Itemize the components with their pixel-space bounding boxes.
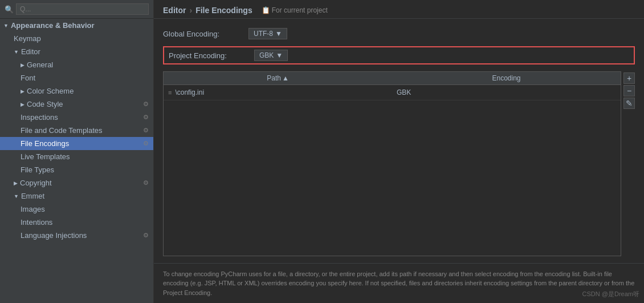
add-button[interactable]: + [623, 72, 635, 84]
sidebar-item-color-scheme[interactable]: ▶ Color Scheme [0, 84, 153, 98]
expand-arrow: ▼ [14, 193, 19, 199]
sidebar-item-intentions[interactable]: Intentions [0, 216, 153, 229]
sidebar-item-images[interactable]: Images [0, 203, 153, 216]
sidebar-item-font[interactable]: Font [0, 71, 153, 84]
sidebar-item-label: Color Scheme [27, 87, 74, 95]
sidebar-item-label: General [27, 60, 53, 69]
content-area: Editor › File Encodings 📋 For current pr… [154, 0, 644, 303]
expand-arrow: ▼ [14, 49, 19, 55]
global-encoding-select[interactable]: UTF-8 ▼ [248, 28, 287, 39]
sidebar-item-label: Images [21, 205, 45, 213]
expand-arrow: ▶ [21, 102, 25, 107]
settings-icon: ⚙ [143, 140, 149, 147]
table-header: Path ▲ Encoding [164, 72, 621, 85]
settings-icon: ⚙ [143, 232, 149, 239]
sidebar-item-label: Live Templates [21, 152, 70, 161]
table-col-path-header: Path ▲ [164, 74, 392, 82]
sidebar-item-label: Code Style [27, 100, 63, 108]
sidebar-item-label: Copyright [20, 179, 52, 187]
settings-icon: ⚙ [143, 179, 149, 187]
table-body: ≡ \config.ini GBK [164, 85, 621, 256]
for-project-icon: 📋 [262, 6, 270, 14]
content-body: Global Encoding: UTF-8 ▼ Project Encodin… [154, 19, 644, 263]
breadcrumb-current: File Encodings [195, 6, 252, 15]
breadcrumb-parent: Editor [163, 6, 186, 15]
for-project: 📋 For current project [262, 6, 328, 14]
expand-arrow: ▼ [3, 23, 9, 29]
sidebar-item-label: Font [21, 74, 35, 82]
project-encoding-label: Project Encoding: [169, 51, 248, 60]
sidebar-item-keymap[interactable]: Keymap [0, 32, 153, 45]
search-icon: 🔍 [5, 5, 14, 14]
expand-arrow: ▶ [21, 62, 25, 68]
sidebar-item-general[interactable]: ▶ General [0, 58, 153, 71]
sidebar-item-emmet[interactable]: ▼ Emmet [0, 189, 153, 203]
sidebar-item-label: File and Code Templates [21, 126, 103, 135]
settings-icon: ⚙ [143, 114, 149, 121]
breadcrumb: Editor › File Encodings [163, 6, 252, 15]
sidebar-item-file-encodings[interactable]: File Encodings ⚙ [0, 137, 153, 150]
settings-icon: ⚙ [143, 127, 149, 134]
edit-button[interactable]: ✎ [623, 98, 635, 109]
table-col-encoding-header: Encoding [392, 74, 621, 82]
dropdown-arrow-icon: ▼ [276, 51, 283, 59]
table-row[interactable]: ≡ \config.ini GBK [164, 85, 621, 100]
file-encoding-table: Path ▲ Encoding ≡ \config.ini GBK [163, 71, 621, 256]
sort-icon: ▲ [282, 74, 289, 82]
settings-icon: ⚙ [143, 100, 149, 108]
dropdown-arrow-icon: ▼ [275, 30, 282, 38]
sidebar-item-code-style[interactable]: ▶ Code Style ⚙ [0, 98, 153, 111]
table-path-value: \config.ini [175, 88, 204, 96]
project-encoding-row: Project Encoding: GBK ▼ [163, 46, 635, 64]
side-buttons: + − ✎ [621, 71, 635, 256]
sidebar-item-label: Keymap [14, 34, 41, 43]
sidebar-item-label: Emmet [21, 192, 44, 200]
content-header: Editor › File Encodings 📋 For current pr… [154, 0, 644, 19]
sidebar-item-label: Editor [21, 47, 40, 56]
table-with-buttons: Path ▲ Encoding ≡ \config.ini GBK [163, 71, 635, 256]
sidebar-item-label: Intentions [21, 218, 52, 227]
global-encoding-label: Global Encoding: [163, 30, 243, 38]
table-cell-path: ≡ \config.ini [164, 87, 392, 98]
expand-arrow: ▶ [21, 88, 25, 94]
sidebar-item-label: Inspections [21, 113, 58, 122]
global-encoding-row: Global Encoding: UTF-8 ▼ [163, 26, 635, 42]
project-encoding-value: GBK [259, 51, 274, 59]
sidebar-item-language-injections[interactable]: Language Injections ⚙ [0, 229, 153, 242]
global-encoding-value: UTF-8 [254, 30, 273, 38]
project-encoding-select[interactable]: GBK ▼ [254, 50, 288, 61]
main-layout: 🔍 ▼ Appearance & Behavior Keymap ▼ Edito… [0, 0, 644, 303]
sidebar-item-live-templates[interactable]: Live Templates [0, 150, 153, 163]
for-project-label: For current project [272, 6, 328, 14]
watermark: CSDN @是Dream呀 [582, 290, 639, 298]
expand-arrow: ▶ [14, 180, 18, 186]
sidebar-item-label: Appearance & Behavior [11, 21, 95, 30]
search-input[interactable] [16, 3, 149, 15]
sidebar-item-inspections[interactable]: Inspections ⚙ [0, 111, 153, 124]
table-cell-encoding: GBK [392, 87, 621, 98]
sidebar-item-label: File Types [21, 165, 54, 174]
sidebar-item-editor[interactable]: ▼ Editor [0, 45, 153, 58]
file-icon: ≡ [168, 89, 172, 96]
sidebar-item-label: File Encodings [21, 139, 69, 148]
sidebar-item-copyright[interactable]: ▶ Copyright ⚙ [0, 176, 153, 189]
sidebar-item-file-and-code-templates[interactable]: File and Code Templates ⚙ [0, 124, 153, 137]
remove-button[interactable]: − [623, 85, 635, 96]
footer-text: To change encoding PyCharm uses for a fi… [154, 263, 644, 304]
breadcrumb-separator: › [189, 6, 192, 15]
sidebar-item-appearance[interactable]: ▼ Appearance & Behavior [0, 19, 153, 32]
sidebar: 🔍 ▼ Appearance & Behavior Keymap ▼ Edito… [0, 0, 154, 303]
sidebar-item-file-types[interactable]: File Types [0, 163, 153, 176]
search-bar[interactable]: 🔍 [0, 0, 153, 19]
sidebar-item-label: Language Injections [21, 231, 87, 240]
